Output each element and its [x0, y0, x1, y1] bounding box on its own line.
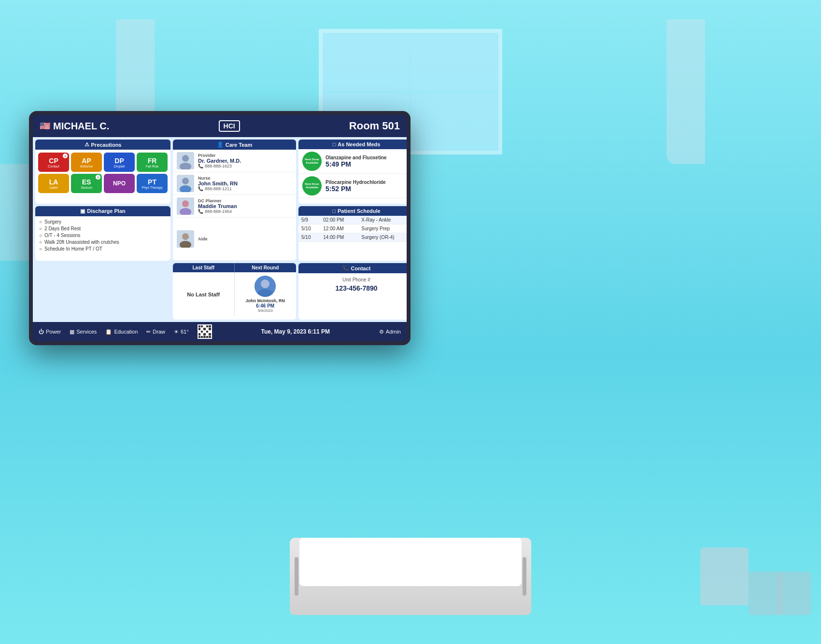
next-round-avatar	[255, 276, 276, 297]
svg-point-13	[261, 280, 269, 288]
next-dose-btn-2[interactable]: Next Dose Available	[302, 176, 322, 196]
discharge-title: Discharge Plan	[87, 208, 125, 214]
contact-header: 📞 Contact	[298, 263, 410, 273]
provider-name: Dr. Gardner, M.D.	[198, 158, 292, 164]
badge-code: CP	[49, 157, 58, 165]
power-button[interactable]: ⏻ Power	[39, 329, 61, 335]
badge-pt: PT Phys Therapy	[137, 174, 168, 193]
curtain-right	[666, 19, 705, 164]
med-name-1: Olanzapine and Fluoxetine	[326, 155, 410, 160]
med-name-2: Pilocarpine Hydrochloride	[326, 180, 410, 185]
tv-header: 🇺🇸 MICHAEL C. HCI Room 501	[33, 115, 407, 137]
provider-avatar	[177, 152, 194, 169]
schedule-title: Patient Schedule	[338, 208, 381, 214]
badge-label: Fall Risk	[146, 165, 159, 168]
provider-phone-number: 888-888-1623	[205, 164, 232, 168]
services-button[interactable]: ▦ Services	[70, 329, 97, 335]
bed-mattress	[299, 538, 522, 586]
admin-icon: ⚙	[379, 329, 384, 335]
contact-info: Unit Phone # 123-456-7890	[298, 273, 410, 296]
schedule-date-3: 5/10	[298, 233, 320, 241]
discharge-item-1: Surgery	[39, 219, 167, 224]
draw-button[interactable]: ✏ Draw	[146, 329, 165, 335]
nurse-role: Nurse	[198, 176, 292, 181]
provider-avatar-svg	[177, 152, 194, 169]
care-team-icon: 👤	[217, 141, 224, 148]
tv-monitor: 🇺🇸 MICHAEL C. HCI Room 501 ⚠ Precautions…	[29, 111, 410, 345]
badge-info-icon: i	[63, 154, 68, 158]
schedule-time-3: 14:00 PM	[320, 233, 358, 241]
contact-number: 123-456-7890	[302, 284, 410, 292]
precautions-grid: i CP Contact AP Airborne DP Droplet FR F…	[35, 150, 170, 196]
discharge-item-5: Schedule In Home PT / OT	[39, 246, 167, 252]
next-round-date: 5/9/2023	[258, 308, 273, 313]
care-team-panel: 👤 Care Team Provider Dr. Gardner, M.D.	[173, 140, 296, 261]
schedule-date-1: 5/9	[298, 216, 320, 224]
badge-label: Droplet	[114, 165, 125, 168]
hospital-bed	[290, 509, 531, 615]
aide-avatar-svg	[177, 230, 194, 248]
phone-icon: 📞	[198, 164, 203, 168]
med-info-1: Olanzapine and Fluoxetine 5:49 PM	[326, 155, 410, 168]
badge-code: ES	[82, 178, 91, 186]
staff-panel: Last Staff Next Round No Last Staff Jo	[173, 263, 296, 320]
nurse-avatar	[177, 175, 194, 192]
window-pane	[411, 93, 498, 151]
side-table	[700, 547, 749, 605]
admin-label: Admin	[386, 329, 401, 335]
svg-point-7	[182, 200, 189, 207]
aide-info: Aide	[198, 237, 292, 241]
contact-icon: 📞	[342, 265, 349, 271]
qr-code[interactable]	[198, 324, 212, 339]
next-round-section: John McIntosh, RN 6:46 PM 5/9/2023	[235, 272, 297, 316]
provider-info: Provider Dr. Gardner, M.D. 📞 888-888-162…	[198, 153, 292, 168]
bed-rail-right	[523, 557, 526, 596]
badge-label: Latex	[49, 186, 57, 189]
badge-code: LA	[49, 178, 58, 186]
dc-phone: 📞 888-888-1954	[198, 209, 292, 214]
badge-code: PT	[148, 178, 156, 186]
discharge-item-4: Walk 20ft Unassisted with crutches	[39, 239, 167, 245]
badge-npo: NPO	[104, 174, 135, 193]
bed-rail-left	[295, 557, 298, 596]
med-item-1: Next Dose Available Olanzapine and Fluox…	[298, 149, 410, 174]
badge-code: DP	[114, 157, 124, 165]
badge-ap: AP Airborne	[71, 153, 102, 172]
hci-logo: HCI	[219, 120, 240, 132]
dc-info: DC Planner Maddie Truman 📞 888-888-1954	[198, 198, 292, 214]
admin-button[interactable]: ⚙ Admin	[379, 329, 401, 335]
discharge-header: ▣ Discharge Plan	[35, 206, 170, 216]
schedule-event-1: X-Ray - Ankle	[358, 216, 410, 224]
aide-role: Aide	[198, 237, 292, 241]
last-staff-section: No Last Staff	[173, 272, 235, 316]
provider-role: Provider	[198, 153, 292, 158]
next-dose-btn-1[interactable]: Next Dose Available	[302, 152, 322, 171]
badge-la: LA Latex	[38, 174, 69, 193]
patient-name-area: 🇺🇸 MICHAEL C.	[40, 121, 109, 132]
temperature-display: ☀ 61°	[174, 329, 189, 335]
qr-box	[198, 324, 212, 339]
draw-icon: ✏	[146, 329, 151, 335]
badge-label: Seizure	[81, 186, 92, 189]
care-member-aide: Aide	[173, 218, 296, 261]
badge-fr: FR Fall Risk	[137, 153, 168, 172]
care-member-dc: DC Planner Maddie Truman 📞 888-888-1954	[173, 195, 296, 218]
nurse-phone-number: 888-888-1211	[205, 186, 232, 191]
education-label: Education	[114, 329, 138, 335]
next-round-time: 6:46 PM	[256, 303, 274, 308]
badge-label: Contact	[48, 165, 59, 168]
contact-title: Contact	[351, 266, 371, 271]
tv-footer: ⏻ Power ▦ Services 📋 Education ✏ Draw ☀ …	[33, 322, 407, 341]
schedule-row-1: 5/9 02:00 PM X-Ray - Ankle	[298, 216, 410, 224]
nurse-avatar-svg	[177, 175, 194, 192]
dc-avatar	[177, 197, 194, 215]
footer-right: ⚙ Admin	[379, 329, 401, 335]
badge-label: Airborne	[80, 165, 93, 168]
nurse-phone: 📞 888-888-1211	[198, 186, 292, 191]
schedule-time-2: 12:00 AM	[320, 224, 358, 233]
svg-point-1	[182, 155, 189, 162]
badge-info-icon: i	[96, 175, 100, 180]
education-button[interactable]: 📋 Education	[105, 329, 138, 335]
care-member-provider: Provider Dr. Gardner, M.D. 📞 888-888-162…	[173, 150, 296, 172]
staff-header: Last Staff Next Round	[173, 263, 296, 272]
